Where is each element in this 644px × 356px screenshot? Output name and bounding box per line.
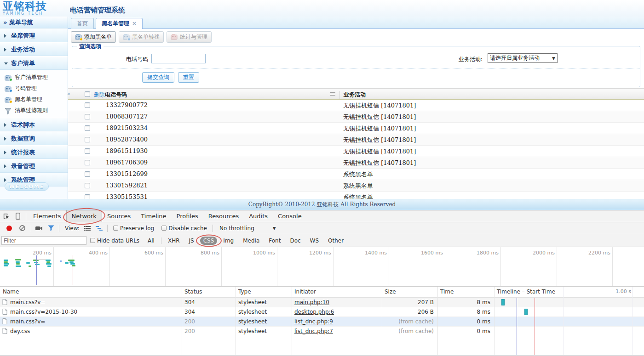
devtools-tab-timeline[interactable]: Timeline bbox=[136, 210, 171, 222]
row-checkbox[interactable] bbox=[85, 102, 90, 108]
phone-cell: 13305153531 bbox=[106, 193, 148, 199]
devtools-tab-sources[interactable]: Sources bbox=[102, 210, 136, 222]
sidebar-item-blacklist-mgmt[interactable]: 黑名单管理 bbox=[0, 94, 68, 105]
close-icon[interactable]: × bbox=[132, 20, 137, 27]
devtools-tab-elements[interactable]: Elements bbox=[28, 210, 66, 222]
device-toolbar-icon[interactable] bbox=[12, 210, 24, 222]
delete-link[interactable]: 删除 bbox=[94, 91, 105, 99]
row-checkbox[interactable] bbox=[85, 160, 90, 165]
devtools-tab-network[interactable]: Network bbox=[66, 210, 102, 222]
row-checkbox[interactable] bbox=[85, 183, 90, 188]
phone-number-label: 电话号码 bbox=[72, 56, 148, 63]
col-header-status[interactable]: Status bbox=[184, 288, 202, 295]
row-checkbox[interactable] bbox=[85, 114, 90, 119]
request-row[interactable]: day.css 200 stylesheet list_dnc.php:7 (f… bbox=[0, 327, 644, 336]
view-label: View: bbox=[65, 225, 80, 232]
col-header-timeline[interactable]: Timeline – Start Time bbox=[497, 288, 555, 295]
sidebar-item-report[interactable]: 统计报表 bbox=[0, 145, 68, 159]
filter-type-js[interactable]: JS bbox=[186, 237, 197, 245]
devtools-tab-resources[interactable]: Resources bbox=[203, 210, 244, 222]
phone-number-input[interactable] bbox=[151, 54, 206, 63]
request-row[interactable]: main.css?v= 304 stylesheet main.php:10 2… bbox=[0, 298, 644, 307]
tick-label: 200 ms bbox=[16, 250, 52, 256]
filter-type-img[interactable]: Img bbox=[220, 237, 237, 245]
sidebar-item-filter-rules[interactable]: 清单过滤规则 bbox=[0, 105, 68, 116]
col-header-name[interactable]: Name bbox=[3, 288, 19, 295]
filter-type-media[interactable]: Media bbox=[240, 237, 263, 245]
filter-type-xhr[interactable]: XHR bbox=[165, 237, 183, 245]
network-overview-timeline[interactable]: 200 ms 400 ms 600 ms 800 ms 1000 ms 1200… bbox=[0, 247, 644, 287]
activity-column-header[interactable]: 业务活动 bbox=[339, 91, 366, 99]
initiator-link[interactable]: list_dnc.php:7 bbox=[294, 328, 333, 334]
col-header-type[interactable]: Type bbox=[238, 288, 251, 295]
sidebar-collapse-button[interactable]: « bbox=[65, 90, 72, 99]
blacklist-transfer-button[interactable]: 黑名单转移 bbox=[119, 31, 164, 43]
row-checkbox[interactable] bbox=[85, 194, 90, 199]
col-header-time[interactable]: Time bbox=[440, 288, 454, 295]
filter-type-other[interactable]: Other bbox=[325, 237, 347, 245]
filter-type-all[interactable]: All bbox=[144, 237, 158, 245]
request-row[interactable]: main.css?v=2015-10-30 304 stylesheet des… bbox=[0, 307, 644, 317]
sidebar-item-customer-list[interactable]: 客户清单 bbox=[0, 56, 68, 70]
overview-bar bbox=[4, 265, 8, 266]
filter-type-css[interactable]: CSS bbox=[200, 237, 218, 245]
copyright-text: CopyRight© 2010-2012 亚铭科技 All Rights Res… bbox=[0, 199, 644, 210]
devtools-tab-console[interactable]: Console bbox=[273, 210, 307, 222]
clear-icon[interactable] bbox=[19, 225, 25, 231]
filter-type-font[interactable]: Font bbox=[265, 237, 284, 245]
divider bbox=[31, 225, 31, 232]
gridline bbox=[53, 247, 54, 286]
row-checkbox[interactable] bbox=[85, 125, 90, 131]
devtools-tab-audits[interactable]: Audits bbox=[244, 210, 273, 222]
sidebar-item-recording[interactable]: 录音管理 bbox=[0, 159, 68, 173]
phone-column-header[interactable]: 电话号码 bbox=[105, 91, 127, 99]
overview-bar bbox=[16, 263, 20, 265]
row-checkbox[interactable] bbox=[85, 171, 90, 177]
disable-cache-checkbox[interactable]: Disable cache bbox=[161, 225, 207, 232]
initiator-link[interactable]: desktop.php:6 bbox=[294, 309, 334, 315]
add-blacklist-button[interactable]: 添加黑名单 bbox=[71, 31, 116, 43]
stats-mgmt-button[interactable]: 统计与管理 bbox=[167, 31, 212, 43]
activity-cell: 无锡挂机短信 [14071801] bbox=[343, 113, 416, 121]
divider bbox=[161, 237, 161, 244]
filter-type-doc[interactable]: Doc bbox=[287, 237, 304, 245]
query-options-panel: 查询选项 电话号码 业务活动: 请选择归属业务活动 ▼ 提交查询 重置 bbox=[72, 46, 640, 87]
sidebar-item-number-mgmt[interactable]: 号码管理 bbox=[0, 83, 68, 94]
request-row[interactable]: main.css?v= 200 stylesheet list_dnc.php:… bbox=[0, 317, 644, 327]
hide-data-urls-checkbox[interactable]: Hide data URLs bbox=[90, 237, 139, 244]
phone-warning-icon bbox=[75, 34, 82, 40]
tab-blacklist-mgmt[interactable]: 黑名单管理× bbox=[96, 18, 143, 29]
sidebar-item-data-query[interactable]: 数据查询 bbox=[0, 131, 68, 145]
waterfall-view-icon[interactable] bbox=[93, 222, 105, 234]
list-view-icon[interactable] bbox=[81, 222, 93, 234]
filter-funnel-icon[interactable] bbox=[45, 222, 57, 234]
tab-home[interactable]: 首页 bbox=[71, 18, 94, 29]
devtools-tab-profiles[interactable]: Profiles bbox=[172, 210, 203, 222]
row-checkbox[interactable] bbox=[85, 148, 90, 154]
col-header-initiator[interactable]: Initiator bbox=[294, 288, 316, 295]
reset-button[interactable]: 重置 bbox=[178, 72, 199, 83]
devtools-tab-bar: Elements Network Sources Timeline Profil… bbox=[0, 210, 644, 222]
record-button[interactable] bbox=[6, 226, 12, 231]
screenshot-camera-icon[interactable] bbox=[33, 222, 45, 234]
initiator-link[interactable]: main.php:10 bbox=[294, 299, 329, 305]
activity-select[interactable]: 请选择归属业务活动 ▼ bbox=[488, 53, 558, 63]
sidebar-item-business-activity[interactable]: 业务活动 bbox=[0, 42, 68, 56]
sidebar-item-customer-list-mgmt[interactable]: 客户清单管理 bbox=[0, 72, 68, 83]
col-header-size[interactable]: Size bbox=[385, 288, 396, 295]
row-checkbox[interactable] bbox=[85, 137, 90, 142]
select-all-checkbox[interactable] bbox=[85, 91, 90, 97]
throttling-dropdown[interactable]: No throttling▼ bbox=[219, 225, 276, 232]
inspect-element-icon[interactable] bbox=[0, 210, 12, 222]
company-logo: 亚铭科技 YAMING TECH bbox=[3, 0, 47, 16]
tab-bar: 首页 黑名单管理× bbox=[68, 17, 644, 29]
filter-input[interactable] bbox=[1, 236, 86, 245]
submit-query-button[interactable]: 提交查询 bbox=[142, 72, 174, 83]
sidebar-item-agent-mgmt[interactable]: 坐席管理 bbox=[0, 28, 68, 42]
initiator-link[interactable]: list_dnc.php:9 bbox=[294, 318, 333, 325]
sidebar-item-script[interactable]: 话术脚本 bbox=[0, 118, 68, 131]
filter-type-ws[interactable]: WS bbox=[307, 237, 322, 245]
preserve-log-checkbox[interactable]: Preserve log bbox=[113, 225, 154, 232]
column-menu-icon[interactable] bbox=[330, 92, 335, 96]
overview-bar bbox=[47, 266, 51, 267]
